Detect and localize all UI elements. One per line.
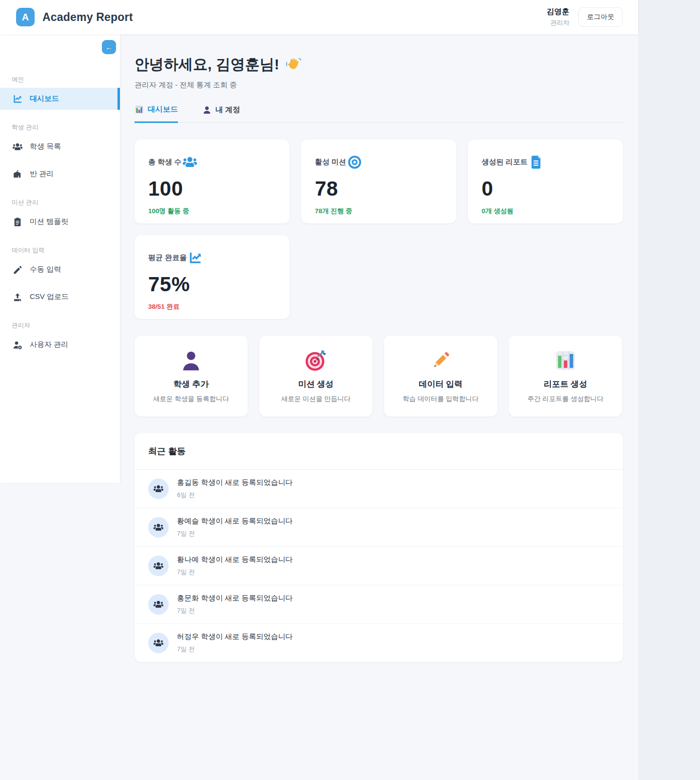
nav-section-data-entry: 데이터 입력 — [0, 246, 120, 255]
sidebar-item-label: 수동 입력 — [30, 265, 61, 274]
action-generate-report[interactable]: 리포트 생성 주간 리포트를 생성합니다 — [509, 336, 622, 417]
sidebar-item-student-list[interactable]: 학생 목록 — [0, 136, 120, 158]
stat-subtext: 0개 생성됨 — [482, 207, 609, 216]
sidebar-item-user-management[interactable]: 사용자 관리 — [0, 334, 120, 356]
avatar — [148, 594, 169, 615]
user-info: 김영훈 관리자 — [547, 7, 570, 27]
stat-label: 평균 완료율 — [148, 253, 187, 262]
users-icon — [183, 155, 197, 169]
dart-emoji-icon — [305, 349, 327, 372]
nav-section-students: 학생 관리 — [0, 123, 120, 132]
stat-card-active-missions: 활성 미션 78 78개 진행 중 — [301, 140, 456, 223]
greeting-text: 안녕하세요, 김영훈님! — [135, 55, 279, 75]
top-header: A Academy Report 김영훈 관리자 로그아웃 — [0, 0, 638, 34]
stat-subtext: 100명 활동 중 — [148, 207, 276, 216]
users-icon — [154, 638, 163, 648]
users-icon — [154, 561, 163, 571]
activity-row: 허정우 학생이 새로 등록되었습니다 7일 전 — [135, 623, 623, 662]
activity-row: 홍길동 학생이 새로 등록되었습니다 6일 전 — [135, 470, 623, 508]
tab-label: 내 계정 — [215, 105, 240, 115]
users-icon — [154, 484, 163, 494]
app-logo: A — [16, 8, 35, 26]
activity-text: 황나예 학생이 새로 등록되었습니다 — [177, 555, 293, 564]
activity-text: 홍문화 학생이 새로 등록되었습니다 — [177, 594, 293, 603]
stat-card-total-students: 총 학생 수 100 100명 활동 중 — [135, 140, 290, 223]
avatar — [148, 517, 169, 538]
stat-label: 총 학생 수 — [148, 158, 181, 167]
sidebar-nav: 메인 대시보드 학생 관리 학생 목록 반 관리 미션 관리 — [0, 34, 120, 356]
sidebar-item-manual-entry[interactable]: 수동 입력 — [0, 259, 120, 280]
sidebar-item-label: 사용자 관리 — [30, 340, 68, 349]
sidebar-item-label: 학생 목록 — [30, 142, 61, 151]
sidebar: ← 메인 대시보드 학생 관리 학생 목록 반 관리 미션 관리 — [0, 34, 120, 483]
activity-time: 7일 전 — [177, 568, 293, 577]
stat-card-average-completion: 평균 완료율 75% 38/51 완료 — [135, 235, 290, 319]
activity-row: 홍문화 학생이 새로 등록되었습니다 7일 전 — [135, 585, 623, 623]
document-icon — [529, 155, 543, 169]
activity-row: 황예슬 학생이 새로 등록되었습니다 7일 전 — [135, 508, 623, 546]
bar-chart-emoji-icon — [554, 349, 577, 372]
tab-label: 대시보드 — [148, 104, 178, 115]
sidebar-collapse-button[interactable]: ← — [102, 40, 116, 54]
logout-button[interactable]: 로그아웃 — [578, 7, 623, 27]
pen-icon — [13, 265, 22, 275]
user-name: 김영훈 — [547, 7, 570, 17]
main-content: 안녕하세요, 김영훈님! 관리자 계정 - 전체 통계 조회 중 — [120, 34, 638, 681]
action-create-mission[interactable]: 미션 생성 새로운 미션을 만듭니다 — [259, 336, 372, 417]
tab-dashboard[interactable]: 대시보드 — [135, 104, 178, 123]
sidebar-item-label: 반 관리 — [30, 169, 54, 179]
users-icon — [154, 522, 163, 532]
users-icon — [154, 600, 163, 609]
page-title: 안녕하세요, 김영훈님! — [135, 55, 623, 75]
sidebar-item-dashboard[interactable]: 대시보드 — [0, 88, 120, 110]
recent-activity-card: 최근 활동 홍길동 학생이 새로 등록되었습니다 6일 전 황예슬 학생이 새로… — [135, 433, 623, 662]
sidebar-item-class-management[interactable]: 반 관리 — [0, 163, 120, 185]
user-gear-icon — [13, 340, 22, 350]
waving-hand-icon — [285, 57, 302, 73]
action-title: 데이터 입력 — [419, 379, 463, 390]
person-icon — [202, 105, 212, 115]
action-desc: 새로운 학생을 등록합니다 — [153, 395, 229, 403]
tab-bar: 대시보드 내 계정 — [135, 104, 623, 123]
nav-section-main: 메인 — [0, 76, 120, 84]
user-role: 관리자 — [547, 19, 570, 27]
tab-my-account[interactable]: 내 계정 — [202, 104, 240, 122]
activity-time: 6일 전 — [177, 491, 293, 500]
sidebar-item-csv-upload[interactable]: CSV 업로드 — [0, 286, 120, 308]
chart-line-icon — [13, 94, 22, 104]
action-desc: 새로운 미션을 만듭니다 — [281, 395, 351, 403]
action-title: 학생 추가 — [174, 379, 209, 390]
stat-subtext: 38/51 완료 — [148, 302, 276, 311]
action-add-student[interactable]: 학생 추가 새로운 학생을 등록합니다 — [135, 336, 248, 417]
quick-actions: 학생 추가 새로운 학생을 등록합니다 미션 생성 새로운 미션을 만듭니다 — [135, 336, 623, 417]
stat-value: 75% — [148, 273, 276, 296]
action-data-entry[interactable]: 데이터 입력 학습 데이터를 입력합니다 — [384, 336, 497, 417]
stat-value: 0 — [482, 177, 609, 200]
stat-label: 생성된 리포트 — [482, 158, 527, 167]
recent-activity-title: 최근 활동 — [148, 445, 609, 457]
sidebar-item-mission-templates[interactable]: 미션 템플릿 — [0, 211, 120, 233]
users-icon — [13, 142, 22, 152]
activity-time: 7일 전 — [177, 529, 293, 538]
sidebar-item-label: 미션 템플릿 — [30, 217, 68, 226]
app-title: Academy Report — [42, 11, 133, 24]
clipboard-icon — [13, 217, 22, 227]
action-title: 미션 생성 — [298, 379, 334, 390]
target-icon — [348, 155, 362, 169]
stat-value: 78 — [315, 177, 443, 200]
person-emoji-icon — [180, 349, 202, 372]
page-subtitle: 관리자 계정 - 전체 통계 조회 중 — [135, 80, 623, 90]
app-container: A Academy Report 김영훈 관리자 로그아웃 ← 메인 대시보드 … — [0, 0, 638, 780]
stat-value: 100 — [148, 177, 276, 200]
action-desc: 주간 리포트를 생성합니다 — [527, 395, 603, 403]
pencil-emoji-icon — [429, 349, 452, 372]
arrow-left-icon: ← — [105, 43, 113, 51]
bar-chart-icon — [135, 105, 144, 114]
activity-time: 7일 전 — [177, 645, 293, 654]
stat-card-generated-reports: 생성된 리포트 0 0개 생성됨 — [468, 140, 623, 223]
stat-subtext: 78개 진행 중 — [315, 207, 443, 216]
upload-icon — [13, 292, 22, 302]
trend-icon — [188, 251, 202, 265]
school-icon — [13, 169, 22, 179]
activity-text: 허정우 학생이 새로 등록되었습니다 — [177, 632, 293, 641]
